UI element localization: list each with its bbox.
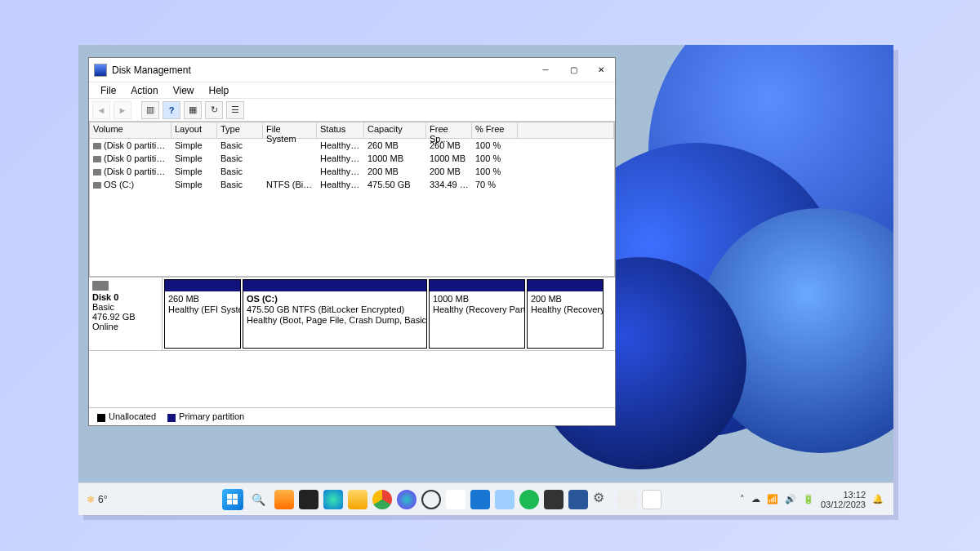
window-title: Disk Management (112, 64, 532, 76)
taskbar-app-4[interactable] (642, 490, 662, 509)
volume-row[interactable]: (Disk 0 partition 4)SimpleBasicHealthy (… (90, 152, 614, 165)
notifications-icon[interactable]: 🔔 (872, 494, 884, 504)
col-filesystem[interactable]: File System (263, 122, 317, 138)
disk-state: Online (92, 322, 158, 331)
disk-management-window: Disk Management ─ ▢ ✕ File Action View H… (88, 57, 616, 426)
menu-view[interactable]: View (167, 83, 201, 98)
menu-file[interactable]: File (94, 83, 122, 98)
maximize-button[interactable]: ▢ (559, 58, 587, 82)
toolbar-button-3[interactable]: ☰ (226, 101, 244, 119)
taskbar-center: 🔍 ⚙ (144, 489, 740, 510)
taskbar[interactable]: ❄ 6° 🔍 ⚙ ˄ ☁ 📶 🔊 (78, 482, 893, 515)
toolbar-button-1[interactable]: ▥ (141, 101, 159, 119)
disk-type: Basic (92, 302, 158, 312)
toolbar-button-2[interactable]: ▦ (184, 101, 202, 119)
graphical-empty-area (89, 351, 615, 407)
disk-size: 476.92 GB (92, 312, 158, 322)
col-type[interactable]: Type (217, 122, 263, 138)
legend-primary-swatch (167, 414, 176, 422)
menu-action[interactable]: Action (124, 83, 164, 98)
partition[interactable]: OS (C:)475.50 GB NTFS (BitLocker Encrypt… (243, 279, 427, 349)
col-status[interactable]: Status (317, 122, 364, 138)
wifi-icon[interactable]: 📶 (767, 494, 778, 504)
edge-icon[interactable] (323, 490, 343, 509)
col-percent-free[interactable]: % Free (472, 122, 518, 138)
search-button[interactable]: 🔍 (248, 489, 270, 510)
taskbar-app-3[interactable] (617, 490, 637, 509)
volume-row[interactable]: OS (C:)SimpleBasicNTFS (BitLo...Healthy … (90, 178, 614, 191)
col-layout[interactable]: Layout (172, 122, 217, 138)
partition[interactable]: 260 MBHealthy (EFI System (164, 279, 241, 349)
help-button[interactable]: ? (163, 101, 180, 119)
col-volume[interactable]: Volume (90, 122, 172, 138)
legend: Unallocated Primary partition (89, 407, 615, 425)
file-explorer-icon[interactable] (348, 490, 368, 509)
weather-icon: ❄ (87, 494, 95, 505)
weather-widget[interactable]: ❄ 6° (78, 494, 144, 505)
toolbar: ◄ ► ▥ ? ▦ ↻ ☰ (89, 99, 615, 122)
col-free[interactable]: Free Sp... (426, 122, 472, 138)
weather-temp: 6° (98, 494, 107, 505)
start-button[interactable] (222, 489, 243, 510)
forward-button[interactable]: ► (114, 101, 131, 119)
close-button[interactable]: ✕ (587, 58, 615, 82)
partition[interactable]: 200 MBHealthy (Recovery P (527, 279, 604, 349)
taskbar-app-2[interactable] (299, 490, 318, 509)
terminal-icon[interactable] (544, 490, 564, 509)
taskbar-app-1[interactable] (274, 490, 294, 509)
col-spacer (518, 122, 614, 138)
app-icon (94, 64, 107, 77)
legend-unallocated-swatch (97, 414, 105, 422)
chrome-icon[interactable] (372, 490, 392, 509)
clock[interactable]: 13:12 03/12/2023 (821, 490, 866, 509)
volume-row[interactable]: (Disk 0 partition 5)SimpleBasicHealthy (… (90, 165, 614, 178)
back-button[interactable]: ◄ (92, 101, 110, 119)
battery-icon[interactable]: 🔋 (803, 494, 814, 504)
taskbar-app-s[interactable] (421, 490, 441, 509)
disk-info-panel[interactable]: Disk 0 Basic 476.92 GB Online (89, 278, 163, 350)
legend-unallocated-label: Unallocated (109, 411, 156, 421)
minimize-button[interactable]: ─ (532, 58, 559, 82)
volume-icon[interactable]: 🔊 (785, 494, 796, 504)
desktop-screenshot: Disk Management ─ ▢ ✕ File Action View H… (78, 45, 893, 515)
onedrive-icon[interactable]: ☁ (751, 494, 760, 504)
disk-graphical-view: Disk 0 Basic 476.92 GB Online 260 MBHeal… (89, 277, 615, 425)
word-icon[interactable] (568, 490, 588, 509)
legend-primary-label: Primary partition (179, 411, 244, 421)
titlebar[interactable]: Disk Management ─ ▢ ✕ (89, 58, 615, 82)
disk-row[interactable]: Disk 0 Basic 476.92 GB Online 260 MBHeal… (89, 278, 615, 351)
refresh-button[interactable]: ↻ (205, 101, 223, 119)
settings-icon[interactable]: ⚙ (593, 490, 612, 509)
system-tray[interactable]: ˄ ☁ 📶 🔊 🔋 13:12 03/12/2023 🔔 (740, 490, 893, 509)
chevron-up-icon[interactable]: ˄ (740, 494, 745, 504)
disk-icon (92, 281, 109, 291)
outlook-icon[interactable] (470, 490, 490, 509)
menu-help[interactable]: Help (203, 83, 236, 98)
taskbar-app-canva[interactable] (397, 490, 416, 509)
disk-label: Disk 0 (92, 292, 158, 302)
clock-date: 03/12/2023 (821, 500, 866, 509)
slack-icon[interactable] (446, 490, 466, 509)
partition[interactable]: 1000 MBHealthy (Recovery Partitio (429, 279, 525, 349)
volume-list[interactable]: Volume Layout Type File System Status Ca… (89, 122, 615, 277)
volume-row[interactable]: (Disk 0 partition 1)SimpleBasicHealthy (… (90, 139, 614, 152)
menubar: File Action View Help (89, 82, 615, 99)
clock-time: 13:12 (821, 490, 866, 500)
notepad-icon[interactable] (495, 490, 514, 509)
volume-list-header[interactable]: Volume Layout Type File System Status Ca… (90, 122, 614, 139)
spotify-icon[interactable] (519, 490, 539, 509)
col-capacity[interactable]: Capacity (364, 122, 426, 138)
